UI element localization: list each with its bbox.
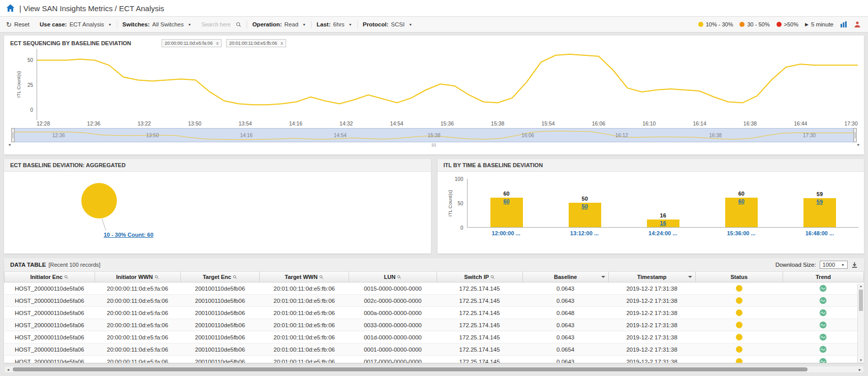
trend-icon[interactable] (819, 358, 827, 363)
cell-trend (783, 319, 863, 331)
wwn-chips: 20:00:00:11:0d:e5:fa:06x20:01:00:11:0d:e… (162, 39, 286, 47)
use-case-label: Use case: (40, 21, 67, 27)
column-header-status[interactable]: Status (695, 272, 783, 283)
last-dropdown[interactable]: Last: 6hrs ▼ (312, 21, 357, 27)
bar[interactable]: 60 (725, 198, 758, 227)
search-icon[interactable] (236, 22, 241, 27)
brush-scrollbar[interactable]: ◄ ||| ► (11, 142, 857, 149)
bar-category-link[interactable]: 12:00:00 ... (467, 230, 545, 236)
column-header-baseline[interactable]: Baseline (522, 272, 608, 283)
bar-count-link[interactable]: 50 (569, 203, 601, 209)
bubble-count-link[interactable]: 10 - 30% Count: 60 (104, 232, 153, 238)
brush-handle-left[interactable] (11, 128, 15, 142)
horizontal-scrollbar[interactable]: ◄ ► (4, 366, 864, 373)
bar-value-label: 60 (738, 191, 745, 197)
deviation-bubble[interactable] (81, 183, 117, 218)
chip-close-icon[interactable]: x (281, 41, 283, 46)
cell-target_enc: 200100110de5fb06 (180, 295, 260, 307)
x-axis-tick: 14:32 (339, 120, 353, 127)
column-header-label: Status (730, 274, 748, 280)
bar-category-link[interactable]: 14:24:00 ... (624, 230, 702, 236)
scroll-left-icon[interactable]: ◄ (8, 143, 11, 146)
trend-icon[interactable] (819, 309, 827, 317)
data-table-header: DATA TABLE [Recent 100 records] Download… (4, 258, 864, 272)
x-axis-tick: 16:44 (794, 120, 807, 127)
home-icon[interactable] (6, 4, 15, 12)
scroll-right-icon[interactable]: ► (856, 366, 863, 372)
download-size-select[interactable]: 1000 ▼ (820, 261, 848, 269)
user-icon[interactable] (854, 21, 861, 28)
brush-tick: 16:12 (615, 133, 628, 138)
bar-category-link[interactable]: 16:48:00 ... (781, 230, 859, 236)
table-row[interactable]: HOST_200000110de5fa0620:00:00:11:0d:e5:f… (5, 331, 864, 343)
switches-dropdown[interactable]: Switches: All Switches ▼ (117, 21, 197, 27)
column-header-lun[interactable]: LUN (349, 272, 437, 283)
time-brush[interactable]: 12:3613:5014:1614:5415:3816:0616:1216:38… (11, 128, 857, 142)
table-row[interactable]: HOST_200000110de5fa0620:00:00:11:0d:e5:f… (5, 319, 864, 331)
bar-count-link[interactable]: 60 (725, 198, 758, 204)
scroll-grip-icon[interactable]: ||| (431, 142, 436, 147)
brush-handle-right[interactable] (853, 128, 857, 142)
chevron-down-icon: ▼ (108, 23, 112, 26)
chip-close-icon[interactable]: x (216, 41, 219, 46)
bar[interactable]: 50 (569, 203, 601, 227)
vertical-scroll-thumb[interactable] (859, 290, 863, 311)
table-vertical-scrollbar[interactable]: ▲ ▼ (857, 284, 864, 363)
bar-category-link[interactable]: 15:36:00 ... (702, 230, 780, 236)
bar-value-label: 16 (660, 212, 666, 218)
wwn-filter-chip[interactable]: 20:01:00:11:0d:e5:fb:06x (226, 39, 286, 47)
bar-count-link[interactable]: 60 (490, 198, 523, 204)
table-row[interactable]: HOST_200000110de5fa0620:00:00:11:0d:e5:f… (5, 283, 864, 295)
column-header-trend[interactable]: Trend (783, 272, 863, 283)
table-row[interactable]: HOST_200000110de5fa0620:00:00:11:0d:e5:f… (5, 307, 864, 319)
column-header-target-enc[interactable]: Target Enc (180, 272, 260, 283)
column-header-timestamp[interactable]: Timestamp (608, 272, 695, 283)
cell-status (695, 307, 783, 319)
trend-icon[interactable] (819, 333, 827, 341)
x-axis-tick: 15:36 (441, 120, 454, 127)
bar-category-link[interactable]: 13:12:00 ... (545, 230, 624, 236)
bar-count-link[interactable]: 59 (803, 199, 836, 205)
table-row[interactable]: HOST_200000110de5fa0620:00:00:11:0d:e5:f… (5, 295, 864, 307)
column-header-label: LUN (384, 274, 395, 280)
y-axis-tick: 100 (455, 176, 463, 182)
scroll-up-icon[interactable]: ▲ (858, 285, 864, 288)
y-axis-tick: 0 (460, 225, 463, 231)
line-chart[interactable] (37, 49, 858, 120)
bar[interactable]: 60 (490, 198, 523, 227)
trend-icon[interactable] (819, 346, 827, 353)
chart-icon[interactable] (840, 21, 847, 28)
data-table-header-row: Initiator EncInitiator WWNTarget EncTarg… (5, 272, 864, 283)
horizontal-scroll-thumb[interactable] (13, 367, 808, 371)
column-header-initiator-enc[interactable]: Initiator Enc (5, 272, 95, 283)
trend-icon[interactable] (819, 321, 827, 329)
table-row[interactable]: HOST_200000110de5fa0620:00:00:11:0d:e5:f… (5, 356, 864, 363)
operation-dropdown[interactable]: Operation: Read ▼ (247, 21, 311, 27)
table-row[interactable]: HOST_200000110de5fa0620:00:00:11:0d:e5:f… (5, 343, 864, 356)
trend-icon[interactable] (819, 285, 827, 292)
download-icon[interactable] (851, 262, 858, 268)
filter-caret-icon[interactable] (688, 276, 692, 278)
protocol-dropdown[interactable]: Protocol: SCSI ▼ (358, 21, 417, 27)
trend-icon[interactable] (819, 297, 827, 304)
wwn-filter-chip[interactable]: 20:00:00:11:0d:e5:fa:06x (162, 39, 222, 47)
column-header-switch-ip[interactable]: Switch IP (437, 272, 522, 283)
cell-timestamp: 2019-12-2 17:31:38 (608, 283, 695, 295)
bar[interactable]: 16 (647, 220, 679, 227)
scroll-left-icon[interactable]: ◄ (5, 366, 12, 372)
bar[interactable]: 59 (803, 198, 836, 227)
wwn-chip-label: 20:00:00:11:0d:e5:fa:06 (165, 41, 212, 46)
refresh-interval[interactable]: ▶ 5 minute (805, 21, 833, 27)
use-case-dropdown[interactable]: Use case: ECT Analysis ▼ (35, 21, 117, 27)
cell-lun: 002c-0000-0000-0000 (349, 295, 437, 307)
column-header-initiator-wwn[interactable]: Initiator WWN (95, 272, 180, 283)
scroll-down-icon[interactable]: ▼ (858, 359, 864, 362)
chevron-down-icon: ▼ (188, 23, 191, 26)
filter-caret-icon[interactable] (601, 276, 605, 278)
column-header-target-wwn[interactable]: Target WWN (260, 272, 349, 283)
bar-count-link[interactable]: 16 (647, 220, 679, 226)
x-axis-tick: 12:28 (37, 120, 50, 127)
search-input[interactable] (201, 21, 234, 27)
reset-button[interactable]: ↻ Reset (5, 21, 35, 28)
scroll-right-icon[interactable]: ► (857, 143, 860, 146)
